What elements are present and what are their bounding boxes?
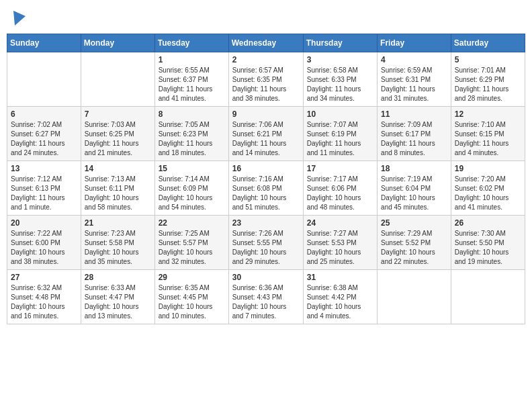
calendar-week-row: 1Sunrise: 6:55 AM Sunset: 6:37 PM Daylig… — [7, 52, 525, 107]
day-info: Sunrise: 6:38 AM Sunset: 4:42 PM Dayligh… — [307, 283, 373, 321]
weekday-header-cell: Saturday — [451, 34, 525, 52]
day-number: 10 — [307, 109, 373, 119]
day-info: Sunrise: 6:55 AM Sunset: 6:37 PM Dayligh… — [159, 66, 225, 103]
calendar-day-cell — [7, 52, 81, 107]
day-number: 26 — [455, 218, 521, 228]
calendar-day-cell: 7Sunrise: 7:03 AM Sunset: 6:25 PM Daylig… — [81, 107, 154, 161]
day-info: Sunrise: 7:27 AM Sunset: 5:53 PM Dayligh… — [307, 229, 373, 267]
calendar-day-cell — [378, 270, 451, 324]
calendar-week-row: 27Sunrise: 6:32 AM Sunset: 4:48 PM Dayli… — [7, 270, 525, 324]
day-number: 31 — [307, 273, 373, 282]
calendar-day-cell: 28Sunrise: 6:33 AM Sunset: 4:47 PM Dayli… — [81, 270, 154, 324]
calendar-day-cell: 8Sunrise: 7:05 AM Sunset: 6:23 PM Daylig… — [154, 107, 228, 161]
day-info: Sunrise: 6:57 AM Sunset: 6:35 PM Dayligh… — [232, 66, 300, 103]
day-number: 5 — [455, 55, 521, 64]
day-info: Sunrise: 7:02 AM Sunset: 6:27 PM Dayligh… — [11, 120, 77, 158]
calendar-day-cell — [81, 52, 154, 107]
calendar-day-cell: 6Sunrise: 7:02 AM Sunset: 6:27 PM Daylig… — [7, 107, 81, 161]
day-number: 1 — [159, 55, 225, 64]
svg-marker-0 — [13, 11, 26, 26]
calendar-day-cell: 11Sunrise: 7:09 AM Sunset: 6:17 PM Dayli… — [378, 107, 451, 161]
calendar-day-cell: 12Sunrise: 7:10 AM Sunset: 6:15 PM Dayli… — [451, 107, 525, 161]
day-info: Sunrise: 7:05 AM Sunset: 6:23 PM Dayligh… — [159, 120, 225, 158]
day-info: Sunrise: 6:36 AM Sunset: 4:43 PM Dayligh… — [232, 283, 300, 321]
calendar-day-cell: 27Sunrise: 6:32 AM Sunset: 4:48 PM Dayli… — [7, 270, 81, 324]
day-info: Sunrise: 7:09 AM Sunset: 6:17 PM Dayligh… — [381, 120, 447, 158]
day-number: 2 — [232, 55, 300, 64]
day-info: Sunrise: 7:03 AM Sunset: 6:25 PM Dayligh… — [85, 120, 151, 158]
day-number: 25 — [381, 218, 447, 228]
day-number: 8 — [159, 109, 225, 119]
calendar-day-cell: 1Sunrise: 6:55 AM Sunset: 6:37 PM Daylig… — [154, 52, 228, 107]
weekday-header-cell: Monday — [81, 34, 154, 52]
day-number: 11 — [381, 109, 447, 119]
day-info: Sunrise: 7:25 AM Sunset: 5:57 PM Dayligh… — [159, 229, 225, 267]
calendar-day-cell: 17Sunrise: 7:17 AM Sunset: 6:06 PM Dayli… — [303, 161, 377, 216]
day-number: 19 — [455, 164, 521, 173]
day-number: 13 — [11, 164, 77, 173]
day-number: 7 — [85, 109, 151, 119]
calendar-day-cell: 4Sunrise: 6:59 AM Sunset: 6:31 PM Daylig… — [378, 52, 451, 107]
day-info: Sunrise: 7:13 AM Sunset: 6:11 PM Dayligh… — [85, 175, 151, 212]
day-info: Sunrise: 6:32 AM Sunset: 4:48 PM Dayligh… — [11, 283, 77, 321]
weekday-header-cell: Tuesday — [154, 34, 228, 52]
calendar-day-cell: 22Sunrise: 7:25 AM Sunset: 5:57 PM Dayli… — [154, 216, 228, 270]
day-number: 6 — [11, 109, 77, 119]
day-number: 22 — [159, 218, 225, 228]
weekday-header-cell: Friday — [378, 34, 451, 52]
day-info: Sunrise: 7:19 AM Sunset: 6:04 PM Dayligh… — [381, 175, 447, 212]
day-number: 9 — [232, 109, 300, 119]
day-number: 29 — [159, 273, 225, 282]
page-header — [7, 7, 525, 28]
day-info: Sunrise: 6:33 AM Sunset: 4:47 PM Dayligh… — [85, 283, 151, 321]
calendar-body: 1Sunrise: 6:55 AM Sunset: 6:37 PM Daylig… — [7, 52, 525, 324]
weekday-header-cell: Wednesday — [228, 34, 303, 52]
day-number: 24 — [307, 218, 373, 228]
day-info: Sunrise: 7:01 AM Sunset: 6:29 PM Dayligh… — [455, 66, 521, 103]
calendar-day-cell: 25Sunrise: 7:29 AM Sunset: 5:52 PM Dayli… — [378, 216, 451, 270]
calendar-day-cell: 13Sunrise: 7:12 AM Sunset: 6:13 PM Dayli… — [7, 161, 81, 216]
calendar-day-cell: 23Sunrise: 7:26 AM Sunset: 5:55 PM Dayli… — [228, 216, 303, 270]
logo-icon — [13, 11, 26, 26]
logo — [12, 9, 26, 26]
calendar-week-row: 20Sunrise: 7:22 AM Sunset: 6:00 PM Dayli… — [7, 216, 525, 270]
day-number: 12 — [455, 109, 521, 119]
calendar-day-cell: 9Sunrise: 7:06 AM Sunset: 6:21 PM Daylig… — [228, 107, 303, 161]
calendar-day-cell: 5Sunrise: 7:01 AM Sunset: 6:29 PM Daylig… — [451, 52, 525, 107]
weekday-header-cell: Thursday — [303, 34, 377, 52]
calendar-day-cell: 24Sunrise: 7:27 AM Sunset: 5:53 PM Dayli… — [303, 216, 377, 270]
day-number: 23 — [232, 218, 300, 228]
day-info: Sunrise: 7:14 AM Sunset: 6:09 PM Dayligh… — [159, 175, 225, 212]
calendar-day-cell: 30Sunrise: 6:36 AM Sunset: 4:43 PM Dayli… — [228, 270, 303, 324]
calendar-day-cell: 18Sunrise: 7:19 AM Sunset: 6:04 PM Dayli… — [378, 161, 451, 216]
day-info: Sunrise: 7:30 AM Sunset: 5:50 PM Dayligh… — [455, 229, 521, 267]
day-number: 21 — [85, 218, 151, 228]
day-number: 27 — [11, 273, 77, 282]
calendar-day-cell: 3Sunrise: 6:58 AM Sunset: 6:33 PM Daylig… — [303, 52, 377, 107]
day-number: 20 — [11, 218, 77, 228]
day-info: Sunrise: 7:29 AM Sunset: 5:52 PM Dayligh… — [381, 229, 447, 267]
calendar-day-cell: 21Sunrise: 7:23 AM Sunset: 5:58 PM Dayli… — [81, 216, 154, 270]
calendar-day-cell: 14Sunrise: 7:13 AM Sunset: 6:11 PM Dayli… — [81, 161, 154, 216]
day-info: Sunrise: 7:26 AM Sunset: 5:55 PM Dayligh… — [232, 229, 300, 267]
day-info: Sunrise: 7:17 AM Sunset: 6:06 PM Dayligh… — [307, 175, 373, 212]
weekday-header-cell: Sunday — [7, 34, 81, 52]
calendar-day-cell: 26Sunrise: 7:30 AM Sunset: 5:50 PM Dayli… — [451, 216, 525, 270]
day-number: 17 — [307, 164, 373, 173]
calendar-day-cell: 15Sunrise: 7:14 AM Sunset: 6:09 PM Dayli… — [154, 161, 228, 216]
calendar-day-cell: 19Sunrise: 7:20 AM Sunset: 6:02 PM Dayli… — [451, 161, 525, 216]
calendar-week-row: 6Sunrise: 7:02 AM Sunset: 6:27 PM Daylig… — [7, 107, 525, 161]
calendar-day-cell: 20Sunrise: 7:22 AM Sunset: 6:00 PM Dayli… — [7, 216, 81, 270]
day-info: Sunrise: 7:20 AM Sunset: 6:02 PM Dayligh… — [455, 175, 521, 212]
day-number: 14 — [85, 164, 151, 173]
day-number: 16 — [232, 164, 300, 173]
day-info: Sunrise: 6:59 AM Sunset: 6:31 PM Dayligh… — [381, 66, 447, 103]
calendar-day-cell: 16Sunrise: 7:16 AM Sunset: 6:08 PM Dayli… — [228, 161, 303, 216]
day-number: 15 — [159, 164, 225, 173]
day-number: 3 — [307, 55, 373, 64]
day-info: Sunrise: 6:35 AM Sunset: 4:45 PM Dayligh… — [159, 283, 225, 321]
day-info: Sunrise: 7:06 AM Sunset: 6:21 PM Dayligh… — [232, 120, 300, 158]
day-number: 28 — [85, 273, 151, 282]
calendar-day-cell: 2Sunrise: 6:57 AM Sunset: 6:35 PM Daylig… — [228, 52, 303, 107]
day-info: Sunrise: 7:12 AM Sunset: 6:13 PM Dayligh… — [11, 175, 77, 212]
